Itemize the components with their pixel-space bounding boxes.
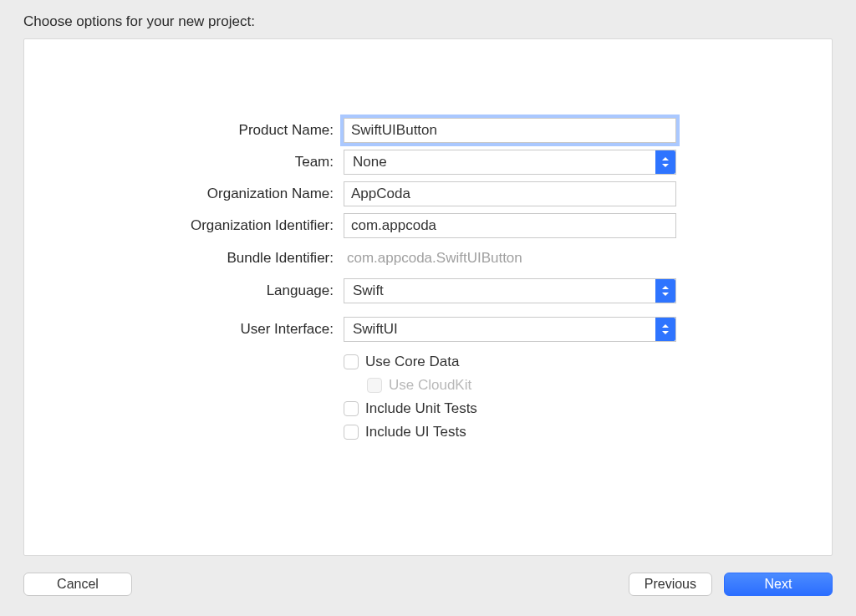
user-interface-select[interactable]: SwiftUI <box>344 317 676 342</box>
form-panel: Product Name: Team: None Organization Na… <box>23 38 833 556</box>
cancel-button[interactable]: Cancel <box>23 573 132 596</box>
include-unit-tests-row: Include Unit Tests <box>344 397 686 420</box>
use-cloudkit-checkbox <box>367 378 382 393</box>
new-project-options-dialog: Choose options for your new project: Pro… <box>0 0 856 616</box>
language-select[interactable]: Swift <box>344 278 676 303</box>
bundle-identifier-value: com.appcoda.SwiftUIButton <box>344 245 686 272</box>
use-core-data-row: Use Core Data <box>344 350 686 374</box>
use-cloudkit-label: Use CloudKit <box>389 377 471 394</box>
use-cloudkit-row: Use CloudKit <box>344 374 686 397</box>
updown-arrows-icon <box>655 150 675 174</box>
next-button[interactable]: Next <box>724 573 833 596</box>
include-unit-tests-label: Include Unit Tests <box>365 400 477 417</box>
updown-arrows-icon <box>655 279 675 303</box>
team-select-value: None <box>353 154 387 171</box>
organization-identifier-label: Organization Identifier: <box>24 212 334 239</box>
dialog-footer: Cancel Previous Next <box>0 556 856 616</box>
organization-name-label: Organization Name: <box>24 181 334 207</box>
product-name-label: Product Name: <box>24 117 334 144</box>
updown-arrows-icon <box>655 318 675 341</box>
include-ui-tests-label: Include UI Tests <box>365 424 466 440</box>
use-core-data-checkbox[interactable] <box>344 354 359 369</box>
user-interface-label: User Interface: <box>24 309 334 343</box>
include-ui-tests-checkbox[interactable] <box>344 425 359 440</box>
organization-name-input[interactable] <box>344 181 676 206</box>
product-name-input[interactable] <box>344 118 676 143</box>
include-unit-tests-checkbox[interactable] <box>344 401 359 416</box>
include-ui-tests-row: Include UI Tests <box>344 420 686 444</box>
team-select[interactable]: None <box>344 150 676 175</box>
organization-identifier-input[interactable] <box>344 213 676 238</box>
user-interface-select-value: SwiftUI <box>353 321 398 338</box>
dialog-title: Choose options for your new project: <box>0 0 856 38</box>
previous-button[interactable]: Previous <box>629 573 712 596</box>
language-select-value: Swift <box>353 283 384 299</box>
use-core-data-label: Use Core Data <box>365 354 459 370</box>
team-label: Team: <box>24 149 334 176</box>
language-label: Language: <box>24 277 334 304</box>
bundle-identifier-label: Bundle Identifier: <box>24 245 334 272</box>
